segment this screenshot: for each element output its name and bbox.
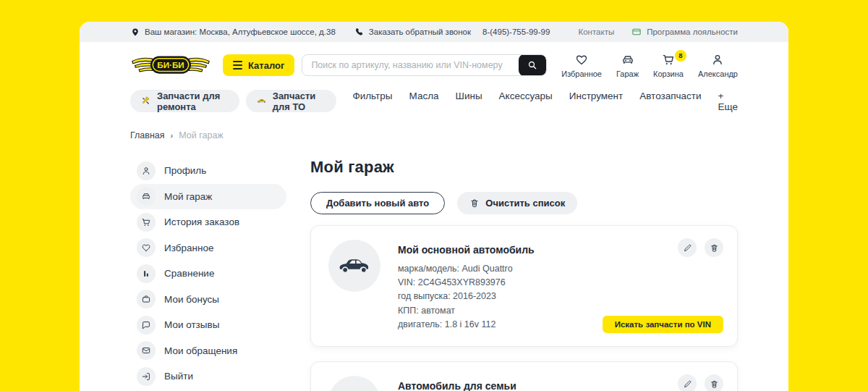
- car-side-icon: [338, 257, 371, 274]
- sidebar-item-logout[interactable]: Выйти: [130, 363, 286, 390]
- loyalty-link[interactable]: Программа лояльности: [631, 27, 738, 37]
- trash-icon: [710, 243, 719, 253]
- svg-text:БИ·БИ: БИ·БИ: [157, 60, 184, 70]
- cart-badge: 8: [675, 50, 686, 62]
- heart-icon: [574, 53, 590, 67]
- nav-link-oils[interactable]: Масла: [409, 91, 438, 112]
- chip-repair-label: Запчасти для ремонта: [157, 91, 229, 112]
- chip-to-label: Запчасти для ТО: [273, 91, 326, 112]
- tools-icon: [141, 95, 150, 107]
- sidebar-item-reviews[interactable]: Мои отзывы: [130, 312, 286, 338]
- header: БИ·БИ Каталог Избранное Г: [130, 51, 738, 79]
- clear-list-button[interactable]: Очистить список: [457, 192, 577, 214]
- car-year: год выпуска: 2016-2023: [398, 290, 535, 303]
- edit-car-button[interactable]: [678, 238, 697, 257]
- store-location[interactable]: Ваш магазин: Москва, Алтуфьевское шоссе,…: [130, 27, 336, 37]
- sidebar-item-garage[interactable]: Мой гараж: [130, 184, 286, 210]
- sidebar-item-orders[interactable]: История заказов: [130, 209, 286, 235]
- car-title: Мой основной автомобиль: [398, 244, 535, 256]
- logout-icon: [137, 367, 156, 386]
- store-address: Ваш магазин: Москва, Алтуфьевское шоссе,…: [145, 28, 336, 36]
- edit-car-button[interactable]: [678, 374, 697, 391]
- garage-label: Гараж: [616, 70, 639, 78]
- user-icon: [137, 161, 156, 180]
- chip-to-parts[interactable]: Запчасти для ТО: [246, 90, 337, 112]
- trash-icon: [469, 198, 480, 209]
- garage-actions: Добавить новый авто Очистить список: [310, 192, 738, 214]
- breadcrumb-home[interactable]: Главная: [130, 130, 165, 140]
- nav-link-tires[interactable]: Шины: [456, 91, 482, 112]
- nav-link-filters[interactable]: Фильтры: [352, 91, 392, 112]
- breadcrumb: Главная › Мой гараж: [130, 130, 738, 140]
- location-pin-icon: [130, 27, 140, 37]
- trash-icon: [710, 379, 719, 389]
- cart-label: Корзина: [653, 70, 684, 78]
- category-nav: Запчасти для ремонта Запчасти для ТО Фил…: [130, 90, 738, 112]
- bibi-logo[interactable]: БИ·БИ: [130, 51, 211, 79]
- sidebar-label: Мои отзывы: [164, 319, 219, 330]
- search-button[interactable]: [519, 54, 546, 76]
- delete-car-button[interactable]: [705, 238, 723, 257]
- catalog-button[interactable]: Каталог: [223, 54, 294, 76]
- chip-repair-parts[interactable]: Запчасти для ремонта: [130, 90, 239, 112]
- car-engine: двигатель: 1.8 i 16v 112: [398, 318, 535, 332]
- clear-list-label: Очистить список: [485, 198, 565, 209]
- nav-link-autoparts[interactable]: Автозапчасти: [639, 91, 701, 112]
- contacts-link[interactable]: Контакты: [579, 28, 615, 36]
- sidebar-label: Мои бонусы: [164, 294, 219, 305]
- nav-links: Фильтры Масла Шины Аксессуары Инструмент…: [352, 91, 738, 112]
- car-make-model: марка/модель: Audi Quattro: [398, 262, 535, 276]
- sidebar-label: Выйти: [164, 371, 193, 382]
- header-actions: Избранное Гараж 8 Корзина Александр: [561, 53, 738, 78]
- cart-icon: [137, 213, 156, 232]
- callback-link[interactable]: Заказать обратный звонок: [354, 27, 471, 37]
- car-vin: VIN: 2C4G453XYR893976: [398, 276, 535, 290]
- sidebar-item-profile[interactable]: Профиль: [130, 158, 286, 184]
- user-name: Александр: [698, 70, 738, 78]
- bibi-logo-icon: БИ·БИ: [130, 51, 211, 79]
- car-front-icon: [620, 53, 636, 67]
- page-panel: Ваш магазин: Москва, Алтуфьевское шоссе,…: [80, 22, 788, 391]
- add-car-button[interactable]: Добавить новый авто: [310, 192, 445, 214]
- pencil-icon: [683, 243, 692, 253]
- loyalty-label: Программа лояльности: [647, 28, 738, 36]
- service-car-icon: [257, 95, 266, 107]
- search-icon: [527, 59, 538, 71]
- sidebar-item-compare[interactable]: Сравнение: [130, 261, 286, 287]
- nav-link-tools[interactable]: Инструмент: [569, 91, 623, 112]
- cart-button[interactable]: 8 Корзина: [653, 53, 684, 78]
- car-front-icon: [137, 187, 156, 206]
- phone-number[interactable]: 8-(495)-755-99-99: [482, 28, 550, 36]
- profile-button[interactable]: Александр: [698, 53, 738, 78]
- nav-link-accessories[interactable]: Аксессуары: [499, 91, 553, 112]
- sidebar-item-favorites[interactable]: Избранное: [130, 235, 286, 261]
- breadcrumb-separator: ›: [171, 131, 174, 140]
- sidebar-label: Сравнение: [164, 268, 214, 279]
- favorites-button[interactable]: Избранное: [561, 53, 602, 78]
- nav-link-more[interactable]: + Еще: [718, 91, 738, 112]
- garage-button[interactable]: Гараж: [616, 53, 639, 78]
- callback-label: Заказать обратный звонок: [369, 28, 471, 36]
- car-avatar: [328, 240, 380, 292]
- sidebar-label: Избранное: [164, 243, 213, 253]
- page-title: Мой гараж: [310, 158, 738, 177]
- topbar: Ваш магазин: Москва, Алтуфьевское шоссе,…: [80, 22, 788, 42]
- car-avatar: [328, 376, 380, 391]
- hamburger-icon: [233, 61, 242, 70]
- sidebar-label: Мои обращения: [164, 345, 237, 356]
- sidebar-item-bonuses[interactable]: Мои бонусы: [130, 287, 286, 313]
- compare-bars-icon: [137, 264, 156, 283]
- delete-car-button[interactable]: [705, 374, 723, 391]
- search-by-vin-button[interactable]: Искать запчасти по VIN: [603, 316, 723, 333]
- phone-icon: [354, 27, 365, 37]
- pencil-icon: [683, 379, 692, 389]
- topbar-left: Ваш магазин: Москва, Алтуфьевское шоссе,…: [130, 27, 550, 37]
- breadcrumb-current: Мой гараж: [179, 130, 223, 140]
- search-input[interactable]: [302, 55, 519, 75]
- garage-main: Мой гараж Добавить новый авто Очистить с…: [310, 158, 738, 391]
- chat-bubble-icon: [137, 316, 156, 335]
- sidebar-item-messages[interactable]: Мои обращения: [130, 338, 286, 364]
- envelope-icon: [137, 341, 156, 360]
- sidebar-label: Мой гараж: [164, 191, 212, 202]
- sidebar-label: Профиль: [164, 165, 206, 176]
